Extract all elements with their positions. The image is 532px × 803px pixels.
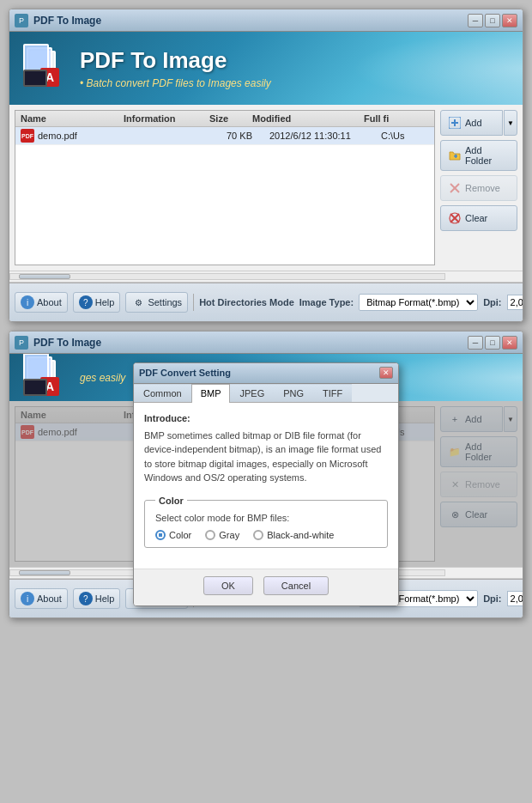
screen-logo-icon-2	[23, 379, 47, 396]
scrollbar-thumb-1[interactable]	[19, 274, 70, 279]
file-name: demo.pdf	[38, 131, 141, 141]
hot-directories-label: Hot Directories Mode	[199, 297, 294, 307]
color-fieldset: Color Select color mode for BMP files: C…	[144, 496, 388, 548]
tab-common[interactable]: Common	[134, 384, 191, 402]
screen-logo-icon	[23, 70, 47, 87]
file-fullpath: C:\Us	[381, 131, 429, 141]
clear-button[interactable]: Clear	[440, 205, 517, 231]
table-row[interactable]: PDF demo.pdf 70 KB 2012/6/12 11:30:11 C:…	[15, 127, 434, 145]
file-size: 70 KB	[227, 131, 269, 141]
image-type-select-1[interactable]: Bitmap Format(*.bmp)	[359, 294, 478, 311]
remove-label: Remove	[465, 183, 500, 193]
color-legend: Color	[155, 496, 187, 506]
scrollbar-thumb-2[interactable]	[19, 570, 70, 575]
title-bar-buttons-2: ─ □ ✕	[468, 336, 517, 350]
radio-color-label: Color	[169, 530, 191, 540]
title-bar-1: P PDF To Image ─ □ ✕	[9, 9, 523, 32]
minimize-button-1[interactable]: ─	[468, 14, 483, 27]
introduce-text: BMP sometimes called bitmap or DIB file …	[144, 429, 388, 485]
help-label: Help	[95, 297, 115, 307]
radio-gray-btn[interactable]	[205, 530, 215, 540]
maximize-button-1[interactable]: □	[485, 14, 500, 27]
radio-color[interactable]: Color	[155, 530, 191, 540]
settings-icon: ⚙	[131, 295, 145, 309]
tab-bmp[interactable]: BMP	[191, 384, 231, 403]
minimize-button-2[interactable]: ─	[468, 336, 483, 350]
dpi-input-1[interactable]	[507, 295, 523, 310]
file-list-header-1: Name Information Size Modified Full fi	[15, 111, 434, 127]
tab-common-label: Common	[143, 388, 182, 398]
logo-stack-1: A	[23, 44, 59, 87]
radio-gray[interactable]: Gray	[205, 530, 239, 540]
main-content-1: Name Information Size Modified Full fi P…	[9, 105, 523, 271]
tab-jpeg-label: JPEG	[239, 388, 264, 398]
app-header-1: A PDF To Image • Batch convert PDF files…	[9, 32, 523, 105]
add-button-wrapper: Add ▼	[440, 110, 517, 136]
dialog-body: Introduce: BMP sometimes called bitmap o…	[134, 403, 398, 569]
settings-button[interactable]: ⚙ Settings	[125, 292, 188, 313]
settings-label: Settings	[148, 297, 182, 307]
about-button-2[interactable]: i About	[15, 588, 68, 609]
title-bar-2: P PDF To Image ─ □ ✕	[9, 332, 523, 354]
image-type-label-1: Image Type:	[299, 297, 354, 307]
remove-icon	[448, 181, 462, 195]
add-label: Add	[465, 118, 482, 128]
scrollbar-track-1	[9, 273, 445, 280]
help-icon: ?	[79, 295, 93, 309]
radio-color-btn[interactable]	[155, 530, 166, 540]
help-button-2[interactable]: ? Help	[73, 588, 121, 609]
remove-button[interactable]: Remove	[440, 175, 517, 201]
help-button[interactable]: ? Help	[73, 292, 121, 313]
add-button[interactable]: Add	[440, 110, 503, 136]
header-title-1: PDF To Image	[80, 47, 271, 74]
dialog-close-button[interactable]: ✕	[379, 367, 393, 379]
tab-png-label: PNG	[283, 388, 304, 398]
dialog-title-bar: PDF Convert Setting ✕	[134, 363, 398, 384]
svg-rect-1	[454, 119, 456, 126]
dialog-overlay: PDF Convert Setting ✕ Common BMP JPEG	[9, 401, 523, 567]
dialog-footer: OK Cancel	[134, 569, 398, 605]
dialog-cancel-button[interactable]: Cancel	[263, 576, 329, 595]
app-icon-1: P	[15, 14, 28, 27]
dpi-input-2[interactable]	[507, 591, 523, 606]
help-icon-2: ?	[79, 592, 93, 605]
clear-icon	[448, 211, 462, 225]
dpi-label-2: Dpi:	[483, 593, 501, 604]
pdf-file-icon: PDF	[21, 129, 34, 143]
radio-gray-label: Gray	[219, 530, 239, 540]
radio-bw[interactable]: Black-and-white	[253, 530, 334, 540]
close-button-2[interactable]: ✕	[502, 336, 517, 350]
close-button-1[interactable]: ✕	[502, 14, 517, 27]
toolbar-sep-1	[193, 294, 194, 311]
maximize-button-2[interactable]: □	[485, 336, 500, 350]
col-info-header: Information	[124, 113, 209, 124]
about-icon-2: i	[21, 592, 34, 605]
header-logo-1: A	[20, 40, 71, 96]
bottom-toolbar-1: i About ? Help ⚙ Settings Hot Directorie…	[9, 283, 523, 321]
title-bar-buttons-1: ─ □ ✕	[468, 14, 517, 27]
help-label-2: Help	[95, 593, 115, 604]
scrollbar-1[interactable]	[9, 271, 523, 283]
tab-tiff[interactable]: TIFF	[313, 384, 352, 402]
add-dropdown-button[interactable]: ▼	[504, 110, 517, 136]
clear-label: Clear	[465, 213, 487, 223]
tab-jpeg[interactable]: JPEG	[230, 384, 274, 402]
main-area-2: Name Information Size Modified Full fi P…	[9, 401, 523, 567]
radio-bw-btn[interactable]	[253, 530, 263, 540]
window2: P PDF To Image ─ □ ✕ A ges easily	[9, 331, 523, 618]
window1: P PDF To Image ─ □ ✕ A PDF To Image • Ba…	[9, 9, 523, 322]
introduce-label: Introduce:	[144, 413, 388, 423]
pdf-convert-dialog: PDF Convert Setting ✕ Common BMP JPEG	[133, 362, 399, 606]
tab-png[interactable]: PNG	[274, 384, 313, 402]
tab-bmp-label: BMP	[201, 388, 221, 398]
add-folder-button[interactable]: Add Folder	[440, 140, 517, 171]
about-label: About	[37, 297, 62, 307]
file-list-body-1: PDF demo.pdf 70 KB 2012/6/12 11:30:11 C:…	[15, 127, 434, 265]
header-text-1: PDF To Image • Batch convert PDF files t…	[80, 47, 271, 89]
file-list-1: Name Information Size Modified Full fi P…	[15, 110, 435, 265]
col-size-header: Size	[209, 113, 252, 124]
about-label-2: About	[37, 593, 62, 604]
dialog-ok-button[interactable]: OK	[203, 576, 253, 595]
tab-tiff-label: TIFF	[323, 388, 342, 398]
about-button[interactable]: i About	[15, 292, 68, 313]
